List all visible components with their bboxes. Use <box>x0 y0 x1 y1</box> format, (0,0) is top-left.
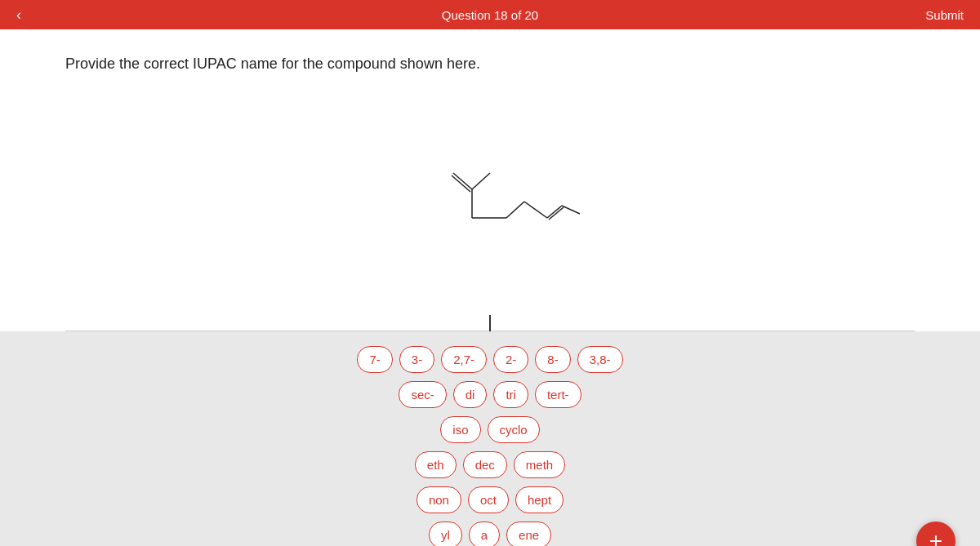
token-row-5: non oct hept <box>416 486 564 513</box>
svg-line-8 <box>549 207 564 220</box>
svg-line-6 <box>524 202 547 218</box>
fab-add-button[interactable]: + <box>916 522 956 546</box>
header: ‹ Question 18 of 20 Submit <box>0 0 980 29</box>
svg-line-1 <box>452 175 470 192</box>
svg-line-2 <box>472 173 490 189</box>
token-row-1: 7- 3- 2,7- 2- 8- 3,8- <box>357 346 622 373</box>
svg-line-5 <box>506 202 524 218</box>
token-di[interactable]: di <box>453 381 488 408</box>
token-2[interactable]: 2- <box>493 346 528 373</box>
back-button[interactable]: ‹ <box>16 7 21 22</box>
token-a[interactable]: a <box>469 522 500 546</box>
token-tri[interactable]: tri <box>493 381 528 408</box>
molecule-svg <box>384 157 596 263</box>
token-row-6: yl a ene <box>429 522 551 546</box>
token-row-3: iso cyclo <box>440 416 539 443</box>
token-iso[interactable]: iso <box>440 416 480 443</box>
text-cursor <box>489 315 491 331</box>
token-yl[interactable]: yl <box>429 522 462 546</box>
token-oct[interactable]: oct <box>468 486 509 513</box>
token-non[interactable]: non <box>416 486 461 513</box>
token-tert[interactable]: tert- <box>535 381 581 408</box>
svg-line-7 <box>547 206 562 218</box>
token-hept[interactable]: hept <box>515 486 564 513</box>
token-7[interactable]: 7- <box>357 346 392 373</box>
token-dec[interactable]: dec <box>463 451 507 478</box>
token-8[interactable]: 8- <box>535 346 570 373</box>
token-meth[interactable]: meth <box>514 451 565 478</box>
token-row-2: sec- di tri tert- <box>399 381 581 408</box>
token-cyclo[interactable]: cyclo <box>488 416 540 443</box>
token-row-4: eth dec meth <box>415 451 565 478</box>
svg-line-9 <box>562 206 580 214</box>
question-counter: Question 18 of 20 <box>442 8 538 22</box>
molecule-diagram <box>65 89 915 331</box>
token-eth[interactable]: eth <box>415 451 457 478</box>
token-palette: 7- 3- 2,7- 2- 8- 3,8- sec- di tri tert- … <box>0 331 980 546</box>
token-ene[interactable]: ene <box>506 522 551 546</box>
token-3[interactable]: 3- <box>399 346 434 373</box>
token-27[interactable]: 2,7- <box>441 346 487 373</box>
svg-line-0 <box>453 173 472 189</box>
token-sec[interactable]: sec- <box>399 381 446 408</box>
submit-button[interactable]: Submit <box>925 8 964 22</box>
token-38[interactable]: 3,8- <box>577 346 623 373</box>
question-text: Provide the correct IUPAC name for the c… <box>65 55 480 73</box>
main-content-area: Provide the correct IUPAC name for the c… <box>0 29 980 331</box>
